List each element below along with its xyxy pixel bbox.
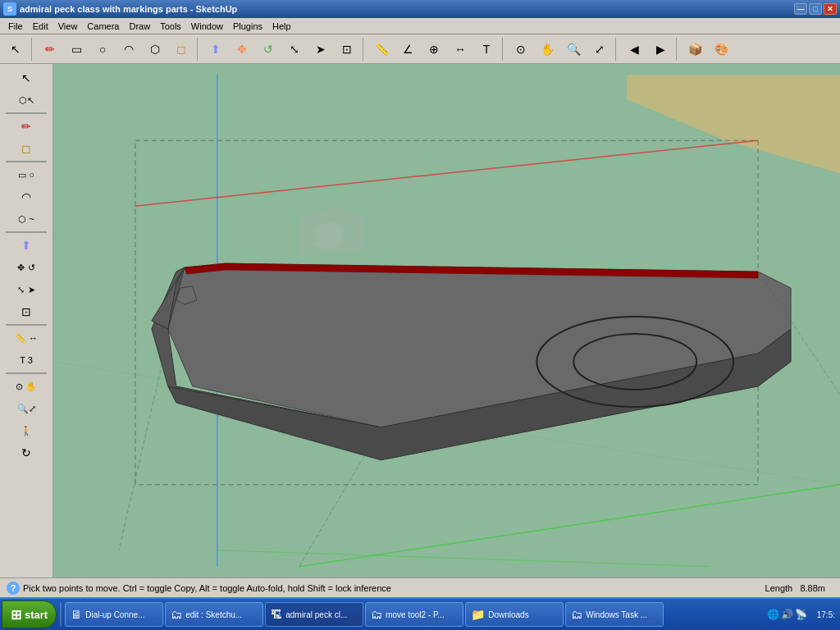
- status-length: Length 8.88m: [765, 583, 833, 593]
- toolbar: ↖ ✏ ▭ ○ ◠ ⬡ ◻ ⬆ ✥ ↺ ⤡ ➤ ⊡ 📏 ∠ ⊕ ↔ T ⊙ ✋ …: [0, 34, 840, 64]
- lt-separator-4: [6, 324, 47, 326]
- menu-tools[interactable]: Tools: [155, 20, 186, 33]
- tool-pencil[interactable]: ✏: [38, 38, 62, 61]
- tool-text[interactable]: T: [474, 38, 499, 61]
- tool-zoom[interactable]: 🔍: [561, 38, 586, 61]
- tool-pan[interactable]: ✋: [535, 38, 559, 61]
- lt-separator-3: [6, 231, 47, 233]
- windows-logo-icon: ⊞: [11, 607, 21, 623]
- menu-window[interactable]: Window: [186, 20, 228, 33]
- taskbar-item-movetool[interactable]: 🗂 move tool2 - P...: [365, 602, 463, 627]
- system-clock: 17:5:: [814, 610, 838, 619]
- lt-separator-1: [6, 112, 47, 114]
- window-title: admiral peck class with markings parts -…: [20, 4, 237, 14]
- tool-zoomext[interactable]: ⤢: [587, 38, 612, 61]
- lt-tape-dim[interactable]: 📏 ↔: [3, 327, 49, 349]
- lt-select[interactable]: ↖: [3, 67, 49, 89]
- dialup-label: Dial-up Conne...: [85, 610, 144, 619]
- tool-arc[interactable]: ◠: [116, 38, 141, 61]
- lt-walkthrough[interactable]: 🚶: [3, 420, 49, 441]
- sound-icon[interactable]: 🔊: [781, 609, 793, 620]
- lt-offset[interactable]: ⊡: [3, 301, 49, 322]
- lt-eraser[interactable]: ◻: [3, 138, 49, 159]
- taskbar-separator-1: [60, 602, 62, 627]
- tool-offset[interactable]: ⊡: [335, 38, 359, 61]
- length-label: Length: [765, 583, 793, 593]
- menu-plugins[interactable]: Plugins: [228, 20, 267, 33]
- taskbar-item-dialup[interactable]: 🖥 Dial-up Conne...: [65, 602, 163, 627]
- tool-orbit[interactable]: ⊙: [509, 38, 533, 61]
- close-button[interactable]: ✕: [824, 3, 837, 15]
- tool-protractor[interactable]: ∠: [395, 38, 420, 61]
- signal-icon[interactable]: 📡: [795, 609, 807, 620]
- status-help-text: Pick two points to move. Ctrl = toggle C…: [23, 583, 765, 593]
- tool-paint[interactable]: 🎨: [709, 38, 733, 61]
- menu-draw[interactable]: Draw: [124, 20, 155, 33]
- lt-move-rotate[interactable]: ✥ ↺: [3, 257, 49, 278]
- tool-rotate[interactable]: ↺: [256, 38, 281, 61]
- movetool-label: move tool2 - P...: [386, 610, 445, 619]
- start-button[interactable]: ⊞ start: [2, 600, 57, 628]
- taskbar: ⊞ start 🖥 Dial-up Conne... 🗂 edit : Sket…: [0, 597, 840, 630]
- toolbar-separator-3: [363, 38, 366, 61]
- lt-scale-follow[interactable]: ⤡ ➤: [3, 279, 49, 300]
- menu-view[interactable]: View: [53, 20, 83, 33]
- maximize-button[interactable]: □: [809, 3, 822, 15]
- lt-orbit-pan[interactable]: ⊙ ✋: [3, 376, 49, 397]
- lt-arc[interactable]: ◠: [3, 186, 49, 208]
- lt-separator-2: [6, 161, 47, 162]
- tool-select[interactable]: ↖: [3, 38, 28, 61]
- toolbar-separator-2: [197, 38, 200, 61]
- system-tray: 🌐 🔊 📡: [764, 609, 810, 620]
- tool-axes[interactable]: ⊕: [422, 38, 446, 61]
- tool-tape[interactable]: 📏: [369, 38, 394, 61]
- movetool-icon: 🗂: [371, 608, 382, 621]
- toolbar-separator-5: [615, 38, 619, 61]
- lt-pushpull[interactable]: ⬆: [3, 235, 49, 256]
- titlebar-left: S admiral peck class with markings parts…: [3, 2, 237, 16]
- lt-rect-circle[interactable]: ▭ ○: [3, 164, 49, 185]
- lt-zoom-ext[interactable]: 🔍⤢: [3, 398, 49, 419]
- tool-pushpull[interactable]: ⬆: [203, 38, 228, 61]
- tool-eraser[interactable]: ◻: [169, 38, 194, 61]
- downloads-label: Downloads: [488, 610, 528, 619]
- tool-nextview[interactable]: ▶: [648, 38, 673, 61]
- menu-camera[interactable]: Camera: [82, 20, 124, 33]
- tool-polygon[interactable]: ⬡: [143, 38, 167, 61]
- network-icon[interactable]: 🌐: [767, 609, 779, 620]
- lt-turnabout[interactable]: ↻: [3, 442, 49, 463]
- menu-file[interactable]: File: [3, 20, 28, 33]
- taskbar-item-admiral[interactable]: 🏗 admiral peck cl...: [265, 602, 363, 627]
- lt-separator-5: [6, 372, 47, 374]
- edit-sketchup-label: edit : Sketchu...: [185, 610, 242, 619]
- start-label: start: [25, 609, 48, 621]
- admiral-icon: 🏗: [271, 608, 282, 621]
- tool-dimension[interactable]: ↔: [448, 38, 472, 61]
- tool-circle[interactable]: ○: [90, 38, 115, 61]
- tool-followme[interactable]: ➤: [308, 38, 333, 61]
- titlebar-buttons: — □ ✕: [794, 3, 837, 15]
- tool-rectangle[interactable]: ▭: [64, 38, 89, 61]
- tool-move[interactable]: ✥: [230, 38, 254, 61]
- toolbar-separator-4: [502, 38, 505, 61]
- lt-select2[interactable]: ⬡↖: [3, 89, 49, 111]
- downloads-folder-icon: 📁: [471, 608, 485, 621]
- lt-text-3d[interactable]: T 3: [3, 349, 49, 371]
- menu-help[interactable]: Help: [267, 20, 296, 33]
- toolbar-separator-6: [676, 38, 679, 61]
- lt-pencil[interactable]: ✏: [3, 116, 49, 137]
- minimize-button[interactable]: —: [794, 3, 807, 15]
- help-icon: ?: [7, 582, 20, 595]
- taskbar-item-downloads[interactable]: 📁 Downloads: [465, 602, 564, 627]
- menu-edit[interactable]: Edit: [28, 20, 53, 33]
- lt-polygon-free[interactable]: ⬡ ~: [3, 208, 49, 230]
- tool-scale[interactable]: ⤡: [282, 38, 307, 61]
- tool-component[interactable]: 📦: [682, 38, 707, 61]
- tool-prevview[interactable]: ◀: [622, 38, 646, 61]
- sketchup-canvas[interactable]: [53, 64, 840, 578]
- titlebar: S admiral peck class with markings parts…: [0, 0, 840, 18]
- length-value: 8.88m: [800, 583, 825, 593]
- taskbar-item-windowstask[interactable]: 🗂 Windows Task ...: [565, 602, 664, 627]
- taskbar-right: 🌐 🔊 📡 17:5:: [764, 609, 838, 620]
- taskbar-item-edit-sketchup[interactable]: 🗂 edit : Sketchu...: [165, 602, 263, 627]
